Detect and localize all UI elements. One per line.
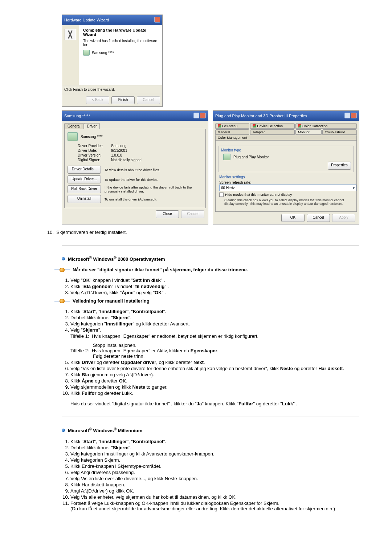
date-value: 9/11/2001 (111, 149, 203, 153)
digital-sign-heading: Når du ser "digital signatur ikke funnet… (73, 267, 248, 272)
uninstall-desc: To uninstall the driver (Advanced). (105, 197, 157, 201)
wizard-screenshot: Hardware Update Wizard Completing the Ha… (62, 15, 163, 107)
checkbox-icon (219, 193, 224, 197)
tab-troubleshoot: Troubleshoot (322, 129, 357, 135)
tab-general: General (215, 129, 249, 135)
rollback-driver-button: Roll Back Driver (68, 185, 101, 193)
bullet-icon (62, 257, 65, 260)
tab-general: General (64, 123, 84, 129)
version-label: Driver Version: (78, 153, 110, 157)
section-win2000: Microsoft® Windows® 2000 Operativsystem (68, 256, 165, 262)
monitor-settings-label: Monitor settings (219, 175, 353, 179)
apply-button: Apply (332, 214, 355, 222)
help-icon (193, 113, 199, 118)
tab-adapter: Adapter (250, 129, 295, 135)
tab-monitor: Monitor (295, 129, 322, 135)
winme-steps: Klikk "Start", "Innstillinger", "Kontrol… (62, 439, 359, 511)
wizard-subtext: The wizard has finished installing the s… (83, 39, 159, 47)
properties-button: Properties (328, 162, 351, 170)
arrow-icon (54, 268, 70, 272)
update-driver-desc: To update the driver for this device. (105, 178, 158, 182)
monitor-icon (223, 154, 230, 160)
driver-details-desc: To view details about the driver files. (105, 168, 160, 172)
driver-dlg-title: Samsung ***** (64, 114, 90, 118)
step-10: 10. Skjermdriveren er ferdig installert. (47, 230, 359, 235)
driver-properties-screenshot: Samsung ***** General Driver Samsung ***… (62, 110, 208, 224)
win2000-sig-steps: Velg "OK" knappen i vinduet "Sett inn di… (62, 278, 359, 295)
cancel-button: Cancel (137, 96, 160, 104)
finish-button: Finish (111, 96, 135, 104)
update-driver-button: Update Driver... (68, 175, 101, 183)
monitor-icon (83, 50, 90, 56)
pnp-monitor-name: Plug and Play Monitor (233, 155, 269, 159)
wizard-finish-note: Click Finish to close the wizard. (62, 85, 162, 94)
section-winme: Microsoft® Windows® Millennium (68, 427, 142, 433)
bullet-icon (62, 429, 65, 432)
driver-device: Samsung **** (81, 135, 103, 139)
version-value: 1.0.0.0 (111, 153, 203, 157)
driver-details-button: Driver Details... (68, 166, 101, 174)
cancel-button: Cancel (307, 214, 330, 222)
arrow-icon (54, 299, 70, 303)
close-icon (351, 113, 357, 118)
monitor-type-label: Monitor type (221, 148, 351, 152)
refresh-rate-select: 60 Hertz (219, 185, 356, 191)
nvidia-icon (253, 124, 256, 127)
monitor-icon (68, 132, 78, 141)
close-icon (200, 113, 206, 118)
uninstall-button: Uninstall (68, 195, 101, 203)
manual-install-heading: Veiledning for manuell installering (73, 298, 150, 304)
pnp-properties-screenshot: Plug and Play Monitor and 3D Prophet III… (213, 110, 359, 224)
rollback-driver-desc: If the device fails after updating the d… (105, 185, 203, 193)
back-button: < Back (86, 96, 109, 104)
tab-geforce: GeForce3 (215, 123, 249, 129)
close-icon (154, 17, 160, 23)
tab-driver: Driver (84, 123, 100, 129)
nvidia-icon (298, 124, 301, 127)
wizard-device: Samsung **** (92, 51, 114, 55)
tab-color-correction: Color Correction (295, 123, 357, 129)
wizard-heading: Completing the Hardware Update Wizard (83, 28, 159, 37)
help-icon (344, 113, 350, 118)
pnp-dlg-title: Plug and Play Monitor and 3D Prophet III… (215, 114, 307, 118)
signer-label: Digital Signer: (78, 158, 110, 162)
hide-modes-note: Clearing this check box allows you to se… (224, 198, 353, 206)
provider-value: Samsung (111, 144, 203, 148)
wizard-icon (65, 29, 76, 40)
nvidia-icon (218, 124, 221, 127)
cancel-button: Cancel (181, 210, 204, 218)
win2000-manual-steps: Klikk "Start", "Innstillinger", "Kontrol… (62, 309, 359, 406)
hide-modes-checkbox: Hide modes that this monitor cannot disp… (225, 193, 292, 197)
close-button: Close (156, 210, 179, 218)
ok-button: OK (281, 214, 305, 222)
date-label: Driver Date: (78, 149, 110, 153)
wizard-title: Hardware Update Wizard (64, 18, 109, 22)
signer-value: Not digitally signed (111, 158, 203, 162)
provider-label: Driver Provider: (78, 144, 110, 148)
tab-device-selection: Device Selection (250, 123, 295, 129)
refresh-rate-label: Screen refresh rate: (219, 181, 353, 185)
tab-color-management: Color Management (215, 135, 357, 140)
